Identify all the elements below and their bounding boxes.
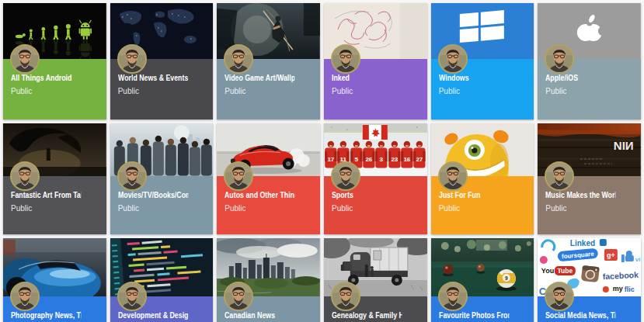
visibility-label: Public <box>118 87 206 96</box>
collection-card-development-design[interactable]: Development & Design (Co... Public <box>110 238 214 322</box>
collection-card-inked[interactable]: Inked Public <box>324 3 427 119</box>
avatar <box>10 161 40 191</box>
collection-title: Photography News, Tips, & ... <box>11 310 81 320</box>
avatar <box>331 161 360 191</box>
card-footer: Social Media News, Tips, & ... Public <box>538 296 641 322</box>
svg-text:Tube: Tube <box>558 267 573 275</box>
collection-card-sports[interactable]: 17 11 5 26 3 23 16 27 Sports Public <box>324 123 427 234</box>
collection-title: Sports <box>332 190 402 200</box>
myspace-text: my <box>613 285 623 293</box>
facebook-logo-icon: facebook <box>603 270 639 281</box>
avatar <box>224 161 253 191</box>
visibility-label: Public <box>439 204 527 213</box>
flickr-dot-icon <box>603 286 609 293</box>
nine-ball-number: 9 <box>505 275 508 281</box>
canada-flag-icon <box>363 125 388 140</box>
collection-title: Canadian News <box>225 310 294 320</box>
dribbble-dot-icon <box>540 256 548 264</box>
card-footer: Autos and Other Things Tha... Public <box>217 176 320 234</box>
avatar <box>331 44 360 74</box>
collection-card-fantastic-art[interactable]: Fantastic Art From Talented... Public <box>3 123 106 234</box>
avatar <box>117 161 147 191</box>
collection-title: Music Makes the World Go '... <box>545 190 615 200</box>
collection-card-genealogy[interactable]: Genealogy & Family History Public <box>324 238 427 322</box>
visibility-label: Public <box>545 87 633 96</box>
jersey-number: 23 <box>391 156 398 163</box>
collection-card-music[interactable]: NIИ Music Makes the World Go '... Public <box>538 123 641 234</box>
card-footer: Apple/iOS Public <box>538 59 641 119</box>
svg-text:You: You <box>541 267 554 275</box>
google-plus-logo-icon: g+ <box>604 249 618 261</box>
visibility-label: Public <box>332 87 419 96</box>
collection-title: Autos and Other Things Tha... <box>225 190 294 200</box>
avatar <box>117 282 147 311</box>
jersey-number: 3 <box>380 156 384 163</box>
collection-card-favourite-photos[interactable]: 9 Favourite Photos From Tale... Public <box>431 238 534 322</box>
collection-card-apple-ios[interactable]: Apple/iOS Public <box>538 3 641 119</box>
visibility-label: Public <box>225 204 312 213</box>
avatar <box>224 44 253 74</box>
collection-title: Inked <box>332 73 402 83</box>
avatar <box>438 44 468 74</box>
card-footer: Just For Fun Public <box>431 176 534 234</box>
card-footer: Photography News, Tips, & ... Public <box>3 296 106 322</box>
collection-title: Movies/TV/Books/Comics <box>118 190 188 200</box>
collection-title: Video Game Art/Wallpapers <box>225 73 294 83</box>
card-footer: All Things Android Public <box>3 59 106 119</box>
collection-title: World News & Events <box>118 73 188 83</box>
card-footer: Development & Design (Co... Public <box>110 296 214 322</box>
collection-title: Windows <box>439 73 509 83</box>
collections-grid: All Things Android Public <box>0 0 644 322</box>
collection-card-just-for-fun[interactable]: Just For Fun Public <box>431 123 534 234</box>
avatar <box>10 282 40 311</box>
visibility-label: Public <box>225 87 312 96</box>
avatar <box>10 44 40 74</box>
card-footer: World News & Events Public <box>110 59 214 119</box>
avatar <box>331 282 360 311</box>
avatar <box>545 44 574 74</box>
collection-card-all-things-android[interactable]: All Things Android Public <box>3 3 106 119</box>
card-footer: Canadian News Public <box>217 296 320 322</box>
collection-card-autos[interactable]: Autos and Other Things Tha... Public <box>217 123 320 234</box>
collection-card-canadian-news[interactable]: Canadian News Public <box>217 238 320 322</box>
collection-title: Apple/iOS <box>545 73 615 83</box>
collection-title: All Things Android <box>11 73 81 83</box>
collection-card-windows[interactable]: Windows Public <box>431 3 534 119</box>
avatar <box>438 282 468 311</box>
card-footer: Music Makes the World Go '... Public <box>538 176 641 234</box>
collection-title: Favourite Photos From Tale... <box>439 310 509 320</box>
jersey-number: 26 <box>365 156 372 163</box>
youtube-logo-icon: You Tube <box>541 266 576 275</box>
card-footer: Genealogy & Family History Public <box>324 296 427 322</box>
avatar <box>117 44 147 74</box>
collection-card-world-news[interactable]: World News & Events Public <box>110 3 214 119</box>
collection-card-video-game-art[interactable]: Video Game Art/Wallpapers Public <box>217 3 320 119</box>
visibility-label: Public <box>11 204 99 213</box>
card-footer: Fantastic Art From Talented... Public <box>3 176 106 234</box>
collection-card-photography[interactable]: Photography News, Tips, & ... Public <box>3 238 106 322</box>
collection-title: Just For Fun <box>439 190 509 200</box>
jersey-number: 27 <box>416 156 423 163</box>
card-footer: Movies/TV/Books/Comics Public <box>110 176 214 234</box>
vimeo-text: vi <box>635 256 641 263</box>
card-footer: Windows Public <box>431 59 534 119</box>
avatar <box>224 282 253 311</box>
card-footer: Inked Public <box>324 59 427 119</box>
visibility-label: Public <box>118 204 206 213</box>
visibility-label: Public <box>332 204 419 213</box>
jersey-number: 5 <box>355 156 359 163</box>
jersey-number: 17 <box>327 156 334 163</box>
nin-logo-icon: NIИ <box>614 139 634 152</box>
svg-text:g+: g+ <box>607 251 615 259</box>
visibility-label: Public <box>545 204 633 213</box>
collection-card-social-media[interactable]: Linked foursquare g+ vi You <box>538 238 641 322</box>
flickr-text: flic <box>625 286 635 293</box>
avatar <box>438 161 468 191</box>
card-footer: Favourite Photos From Tale... Public <box>431 296 534 322</box>
card-footer: Video Game Art/Wallpapers Public <box>217 59 320 119</box>
collection-card-movies-tv-books-comics[interactable]: Movies/TV/Books/Comics Public <box>110 123 214 234</box>
visibility-label: Public <box>439 87 527 96</box>
avatar <box>545 282 574 311</box>
linkedin-logo-icon: Linked <box>570 239 595 248</box>
avatar <box>545 161 574 191</box>
